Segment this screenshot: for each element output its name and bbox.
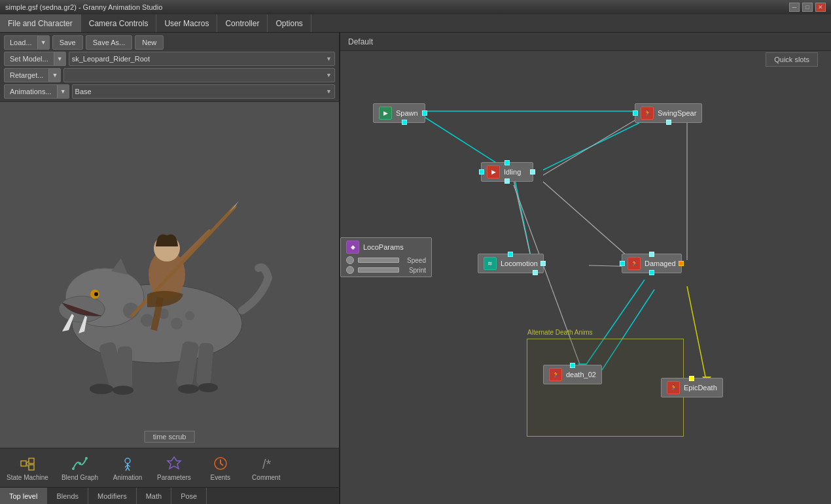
node-locomotion[interactable]: ≋ Locomotion xyxy=(478,254,544,273)
damaged-port-bottom xyxy=(649,270,654,275)
group-label: Alternate Death Anims xyxy=(527,329,593,336)
svg-rect-25 xyxy=(29,458,34,463)
sprint-param-row: Sprint xyxy=(346,266,426,274)
node-idling[interactable]: ▶ Idling xyxy=(481,162,533,182)
events-label: Events xyxy=(210,474,230,481)
viewport[interactable]: time scrub xyxy=(0,102,339,448)
svg-rect-2 xyxy=(118,346,132,389)
tab-top-level[interactable]: Top level xyxy=(0,488,47,504)
set-model-dropdown[interactable]: Set Model... ▼ xyxy=(4,52,66,66)
state-machine-icon xyxy=(18,454,37,473)
animations-dropdown[interactable]: Animations... ▼ xyxy=(4,84,69,99)
node-damaged[interactable]: 🏃 Damaged xyxy=(622,254,682,273)
parameters-label: Parameters xyxy=(157,474,191,481)
animation-label: Animation xyxy=(113,474,142,481)
set-model-arrow-icon[interactable]: ▼ xyxy=(54,52,65,65)
main-layout: Load... ▼ Save Save As... New Set Model.… xyxy=(0,33,831,504)
death02-port-top xyxy=(570,363,575,368)
tab-modifiers[interactable]: Modifiers xyxy=(88,488,137,504)
node-swingspear[interactable]: 🏃 SwingSpear xyxy=(635,103,702,123)
time-scrub-label[interactable]: time scrub xyxy=(145,431,195,443)
left-panel: Load... ▼ Save Save As... New Set Model.… xyxy=(0,33,340,504)
svg-point-31 xyxy=(85,457,88,460)
death02-node-icon: 🏃 xyxy=(549,368,562,381)
menu-controller[interactable]: Controller xyxy=(217,14,268,32)
new-button[interactable]: New xyxy=(135,35,164,50)
svg-rect-24 xyxy=(21,461,26,466)
toolbar: Load... ▼ Save Save As... New Set Model.… xyxy=(0,33,339,102)
tab-blends[interactable]: Blends xyxy=(47,488,88,504)
svg-line-37 xyxy=(128,467,130,471)
group-box-alternate-death: Alternate Death Anims xyxy=(527,339,684,437)
save-button[interactable]: Save xyxy=(52,35,83,50)
minimize-button[interactable]: ─ xyxy=(789,3,800,12)
comment-tool[interactable]: /* Comment xyxy=(250,454,283,481)
window-title: simple.gsf (sedna.gr2) - Granny Animatio… xyxy=(5,3,789,11)
tab-pose[interactable]: Pose xyxy=(171,488,207,504)
idling-port-right xyxy=(530,169,535,175)
tab-math[interactable]: Math xyxy=(137,488,171,504)
menu-user-macros[interactable]: User Macros xyxy=(156,14,217,32)
retarget-select[interactable]: ▼ xyxy=(63,68,335,82)
blend-graph-tool[interactable]: Blend Graph xyxy=(62,454,98,481)
right-panel[interactable]: Default Quick slots xyxy=(340,33,831,504)
parameters-icon xyxy=(165,454,183,473)
locoparams-node-label: LocoParams xyxy=(363,243,404,251)
svg-line-36 xyxy=(126,467,128,471)
model-select-arrow-icon: ▼ xyxy=(326,56,332,62)
svg-point-30 xyxy=(79,462,81,465)
parameters-tool[interactable]: Parameters xyxy=(157,454,191,481)
maximize-button[interactable]: □ xyxy=(802,3,813,12)
load-dropdown[interactable]: Load... ▼ xyxy=(4,35,50,50)
damaged-port-left xyxy=(620,261,625,266)
blend-graph-label: Blend Graph xyxy=(62,474,98,481)
damaged-port-top xyxy=(649,252,654,257)
sprint-bar xyxy=(358,267,399,273)
svg-point-14 xyxy=(185,311,194,320)
events-tool[interactable]: Events xyxy=(204,454,237,481)
retarget-arrow-icon[interactable]: ▼ xyxy=(48,69,60,82)
blend-graph-icon xyxy=(71,454,89,473)
menu-options[interactable]: Options xyxy=(268,14,311,32)
save-as-button[interactable]: Save As... xyxy=(86,35,133,50)
node-canvas-dom: Alternate Death Anims ▶ Spawn 🏃 SwingSpe… xyxy=(340,51,831,504)
retarget-select-arrow-icon: ▼ xyxy=(326,72,332,78)
epicdeath-node-label: EpicDeath xyxy=(684,384,717,392)
idling-port-bottom xyxy=(504,178,510,184)
swingspear-node-label: SwingSpear xyxy=(658,109,696,117)
spawn-port-right xyxy=(422,110,427,116)
menu-camera-controls[interactable]: Camera Controls xyxy=(81,14,157,32)
svg-line-41 xyxy=(221,463,223,465)
model-select[interactable]: sk_Leopard_Rider_Root ▼ xyxy=(69,52,335,66)
animations-select-arrow-icon: ▼ xyxy=(326,88,332,95)
svg-text:/*: /* xyxy=(262,457,272,471)
locomotion-port-bottom-right xyxy=(533,270,538,275)
close-button[interactable]: ✕ xyxy=(815,3,826,12)
node-death02[interactable]: 🏃 death_02 xyxy=(543,365,602,384)
idling-node-icon: ▶ xyxy=(487,165,500,178)
state-machine-tool[interactable]: State Machine xyxy=(7,454,48,481)
comment-label: Comment xyxy=(252,474,280,481)
svg-rect-26 xyxy=(29,465,34,470)
retarget-dropdown[interactable]: Retarget... ▼ xyxy=(4,68,61,82)
animations-select[interactable]: Base ▼ xyxy=(72,84,335,99)
node-spawn[interactable]: ▶ Spawn xyxy=(373,103,425,123)
character-container xyxy=(26,147,288,409)
damaged-port-right-orange xyxy=(679,261,684,266)
sprint-circle xyxy=(346,266,354,274)
animations-arrow-icon[interactable]: ▼ xyxy=(57,85,69,98)
epicdeath-node-icon: 🏃 xyxy=(667,381,680,394)
animation-icon xyxy=(118,454,137,473)
menu-file-character[interactable]: File and Character xyxy=(0,14,81,32)
window-controls: ─ □ ✕ xyxy=(789,3,826,12)
speed-label: Speed xyxy=(403,257,426,264)
svg-point-8 xyxy=(198,383,218,392)
node-epicdeath[interactable]: 🏃 EpicDeath xyxy=(661,378,723,397)
speed-circle xyxy=(346,256,354,264)
svg-point-13 xyxy=(171,318,183,329)
animation-tool[interactable]: Animation xyxy=(111,454,144,481)
load-arrow-icon[interactable]: ▼ xyxy=(37,36,49,49)
node-locoparams[interactable]: ◆ LocoParams Speed Sprint xyxy=(340,237,432,277)
svg-marker-38 xyxy=(168,457,181,469)
damaged-node-icon: 🏃 xyxy=(628,257,641,270)
